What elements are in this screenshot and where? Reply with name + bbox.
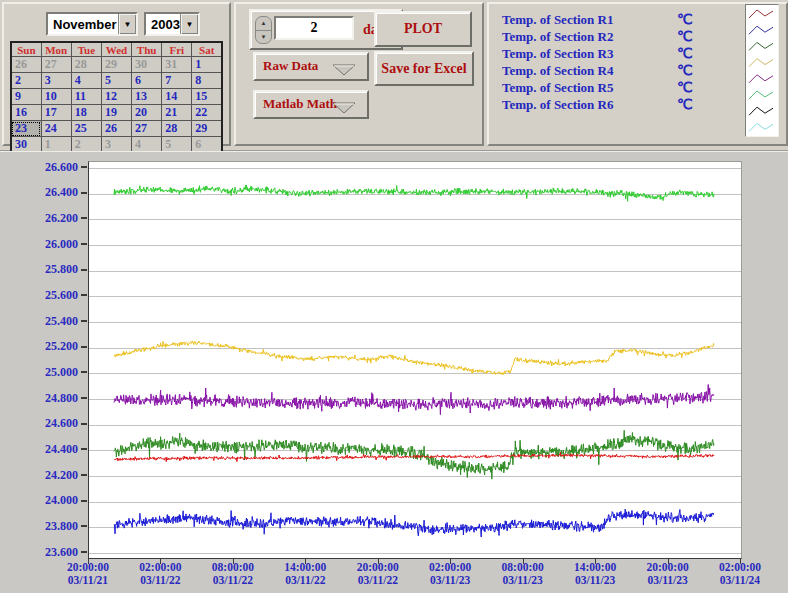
raw-data-dropdown[interactable]: Raw Data (253, 52, 369, 81)
y-tick-text: 25.800 (45, 262, 78, 277)
calendar-grid: SunMonTueWedThuFriSat 262728293031123456… (10, 41, 223, 154)
calendar-day[interactable]: 17 (41, 105, 71, 121)
calendar-day[interactable]: 12 (101, 89, 131, 105)
plot-area (88, 161, 742, 559)
legend-sample-line (749, 91, 773, 99)
calendar-day[interactable]: 30 (132, 57, 162, 73)
days-stepper[interactable]: ▲ ▼ (255, 16, 272, 44)
year-select[interactable]: 2003 ▼ (144, 12, 200, 36)
matlab-math-dropdown-label: Matlab Math (263, 96, 337, 112)
legend-item: Temp. of Section R1℃ (502, 11, 693, 28)
x-tick-time: 20:00:00 (51, 561, 125, 574)
x-tick-time: 20:00:00 (341, 561, 415, 574)
y-tick-mark (81, 525, 87, 527)
weekday-header: Tue (71, 42, 101, 57)
legend-sample-line (749, 123, 773, 131)
x-tick-time: 20:00:00 (631, 561, 705, 574)
calendar-day[interactable]: 28 (162, 121, 192, 137)
calendar-day[interactable]: 10 (41, 89, 71, 105)
celsius-unit: ℃ (667, 96, 693, 113)
calendar-day[interactable]: 11 (71, 89, 101, 105)
legend-item: Temp. of Section R3℃ (502, 45, 693, 62)
matlab-math-dropdown[interactable]: Matlab Math (253, 90, 369, 119)
y-tick-text: 24.200 (45, 468, 78, 483)
weekday-header: Fri (162, 42, 192, 57)
calendar-day-selected[interactable]: 23 (11, 121, 41, 137)
calendar-day[interactable]: 2 (11, 73, 41, 89)
x-tick-time: 02:00:00 (413, 561, 487, 574)
calendar-day[interactable]: 27 (41, 57, 71, 73)
y-tick-mark (81, 243, 87, 245)
calendar-day[interactable]: 29 (101, 57, 131, 73)
y-tick-text: 24.600 (45, 416, 78, 431)
stepper-up-icon[interactable]: ▲ (256, 17, 271, 31)
calendar-day[interactable]: 26 (101, 121, 131, 137)
y-tick-mark (81, 500, 87, 502)
save-for-excel-button[interactable]: Save for Excel (374, 51, 474, 86)
x-tick-time: 08:00:00 (486, 561, 560, 574)
y-tick-label: 24.800 (0, 391, 87, 405)
calendar-day[interactable]: 20 (132, 105, 162, 121)
calendar-day[interactable]: 3 (41, 73, 71, 89)
calendar-week-row: 2345678 (11, 73, 222, 89)
y-tick-text: 26.600 (45, 160, 78, 175)
y-tick-text: 23.600 (45, 545, 78, 560)
calendar-day[interactable]: 31 (162, 57, 192, 73)
controls-panel: ▲ ▼ days PLOT Save for Excel Raw Data Ma… (234, 2, 484, 146)
calendar-panel: November ▼ 2003 ▼ SunMonTueWedThuFriSat … (2, 2, 231, 146)
celsius-unit: ℃ (667, 11, 693, 28)
trace-yellow (114, 341, 714, 375)
x-tick-label: 20:00:0003/11/23 (631, 561, 705, 587)
y-tick-label: 24.600 (0, 417, 87, 431)
calendar-day[interactable]: 25 (71, 121, 101, 137)
y-tick-mark (81, 551, 87, 553)
calendar-day[interactable]: 28 (71, 57, 101, 73)
chevron-down-icon[interactable]: ▼ (180, 14, 198, 34)
trace-green (114, 185, 714, 201)
legend-item: Temp. of Section R4℃ (502, 62, 693, 79)
y-tick-label: 24.400 (0, 442, 87, 456)
legend-item-label: Temp. of Section R4 (502, 63, 667, 79)
plot-button[interactable]: PLOT (374, 11, 472, 47)
x-tick-label: 08:00:0003/11/23 (486, 561, 560, 587)
celsius-unit: ℃ (667, 62, 693, 79)
calendar-day[interactable]: 9 (11, 89, 41, 105)
calendar-day[interactable]: 8 (192, 73, 222, 89)
calendar-day[interactable]: 24 (41, 121, 71, 137)
x-tick-label: 02:00:0003/11/22 (123, 561, 197, 587)
calendar-day[interactable]: 1 (192, 57, 222, 73)
calendar-day[interactable]: 5 (101, 73, 131, 89)
y-tick-text: 23.800 (45, 519, 78, 534)
calendar-day[interactable]: 29 (192, 121, 222, 137)
calendar-day[interactable]: 21 (162, 105, 192, 121)
calendar-day[interactable]: 26 (11, 57, 41, 73)
calendar-day[interactable]: 15 (192, 89, 222, 105)
calendar-day[interactable]: 7 (162, 73, 192, 89)
month-select[interactable]: November ▼ (46, 12, 138, 36)
legend-sample-line (749, 107, 773, 115)
calendar-day[interactable]: 14 (162, 89, 192, 105)
calendar-day[interactable]: 4 (71, 73, 101, 89)
days-input[interactable] (274, 16, 354, 40)
month-select-value: November (48, 17, 118, 32)
calendar-day[interactable]: 6 (132, 73, 162, 89)
x-tick-date: 03/11/21 (51, 574, 125, 587)
y-tick-text: 24.000 (45, 493, 78, 508)
calendar-day[interactable]: 22 (192, 105, 222, 121)
top-control-strip: November ▼ 2003 ▼ SunMonTueWedThuFriSat … (0, 0, 788, 151)
x-tick-label: 02:00:0003/11/24 (703, 561, 777, 587)
legend-item-label: Temp. of Section R2 (502, 29, 667, 45)
x-tick-label: 20:00:0003/11/21 (51, 561, 125, 587)
calendar-day[interactable]: 18 (71, 105, 101, 121)
labview-temperature-monitor: { "calendar": { "month": "November", "ye… (0, 0, 788, 593)
calendar-day[interactable]: 16 (11, 105, 41, 121)
stepper-down-icon[interactable]: ▼ (256, 31, 271, 44)
calendar-day[interactable]: 27 (132, 121, 162, 137)
chevron-down-icon[interactable]: ▼ (118, 14, 136, 34)
y-tick-mark (81, 192, 87, 194)
x-tick-date: 03/11/23 (558, 574, 632, 587)
y-tick-mark (81, 371, 87, 373)
x-tick-date: 03/11/22 (123, 574, 197, 587)
calendar-day[interactable]: 13 (132, 89, 162, 105)
calendar-day[interactable]: 19 (101, 105, 131, 121)
